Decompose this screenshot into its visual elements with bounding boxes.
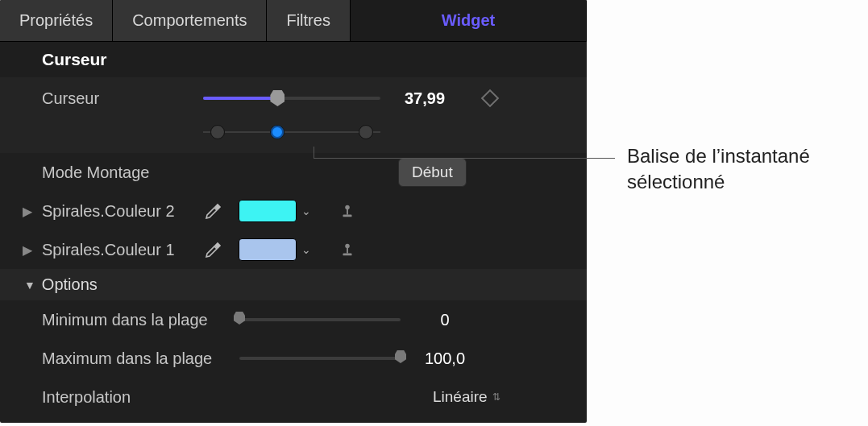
color-param-label: Spirales.Couleur 1 bbox=[42, 241, 175, 259]
snapshot-track[interactable] bbox=[203, 122, 380, 143]
options-header[interactable]: ▼ Options bbox=[0, 269, 587, 300]
chevron-down-icon[interactable]: ⌄ bbox=[298, 205, 314, 217]
joystick-icon[interactable] bbox=[338, 202, 356, 220]
mode-montage-button[interactable]: Début bbox=[398, 158, 467, 187]
row-max: Maximum dans la plage 100,0 bbox=[0, 339, 587, 378]
svg-rect-2 bbox=[343, 215, 352, 217]
tab-filters[interactable]: Filtres bbox=[267, 0, 350, 41]
snapshot-marker[interactable] bbox=[210, 125, 225, 139]
row-snapshots bbox=[0, 119, 587, 153]
mode-montage-label: Mode Montage bbox=[42, 163, 203, 182]
interp-value: Linéaire bbox=[433, 388, 488, 406]
disclosure-icon[interactable]: ▶ bbox=[23, 204, 32, 219]
svg-rect-5 bbox=[343, 254, 352, 256]
curseur-value[interactable]: 37,99 bbox=[388, 89, 461, 108]
max-slider[interactable] bbox=[239, 351, 401, 366]
min-label: Minimum dans la plage bbox=[42, 311, 239, 329]
row-color: ▶ Spirales.Couleur 2 ⌄ bbox=[0, 192, 587, 230]
min-value[interactable]: 0 bbox=[409, 311, 481, 329]
curseur-label: Curseur bbox=[42, 89, 203, 108]
eyedropper-icon[interactable] bbox=[203, 239, 224, 260]
svg-rect-1 bbox=[347, 209, 348, 214]
options-label: Options bbox=[42, 275, 98, 294]
callout-text: Balise de l’instantané sélectionné bbox=[627, 143, 810, 196]
options-disclosure-icon[interactable]: ▼ bbox=[24, 279, 35, 292]
color-param-label: Spirales.Couleur 2 bbox=[42, 202, 175, 221]
disclosure-icon[interactable]: ▶ bbox=[23, 242, 32, 258]
color-swatch[interactable] bbox=[239, 238, 297, 261]
row-mode-montage: Mode Montage Début bbox=[0, 153, 587, 192]
inspector-tabs: Propriétés Comportements Filtres Widget bbox=[0, 0, 587, 42]
max-label: Maximum dans la plage bbox=[42, 349, 239, 368]
row-curseur: Curseur 37,99 bbox=[0, 77, 587, 119]
max-slider-thumb[interactable] bbox=[395, 350, 406, 363]
row-min: Minimum dans la plage 0 bbox=[0, 300, 587, 339]
tab-properties[interactable]: Propriétés bbox=[0, 0, 113, 41]
row-color: ▶ Spirales.Couleur 1 ⌄ bbox=[0, 230, 587, 269]
snapshot-marker[interactable] bbox=[359, 125, 373, 139]
row-interpolation: Interpolation Linéaire ⇅ bbox=[0, 378, 587, 416]
max-value[interactable]: 100,0 bbox=[409, 349, 481, 368]
callout-connector bbox=[314, 158, 615, 159]
callout-connector bbox=[314, 147, 314, 159]
inspector-panel: Propriétés Comportements Filtres Widget … bbox=[0, 0, 587, 423]
tab-widget[interactable]: Widget bbox=[351, 0, 587, 41]
color-swatch[interactable] bbox=[239, 200, 297, 222]
min-slider[interactable] bbox=[239, 312, 401, 327]
section-title: Curseur bbox=[0, 42, 587, 77]
chevron-down-icon[interactable]: ⌄ bbox=[298, 243, 314, 256]
keyframe-icon[interactable] bbox=[481, 89, 500, 108]
joystick-icon[interactable] bbox=[338, 241, 356, 258]
interp-dropdown[interactable]: Linéaire ⇅ bbox=[433, 388, 500, 406]
curseur-slider[interactable] bbox=[203, 91, 380, 105]
svg-rect-4 bbox=[347, 247, 348, 253]
dropdown-caret-icon: ⇅ bbox=[492, 391, 500, 403]
snapshot-marker[interactable] bbox=[270, 125, 284, 139]
interp-label: Interpolation bbox=[42, 388, 239, 407]
tab-behaviors[interactable]: Comportements bbox=[113, 0, 267, 41]
curseur-slider-thumb[interactable] bbox=[270, 90, 284, 106]
eyedropper-icon[interactable] bbox=[203, 201, 224, 221]
